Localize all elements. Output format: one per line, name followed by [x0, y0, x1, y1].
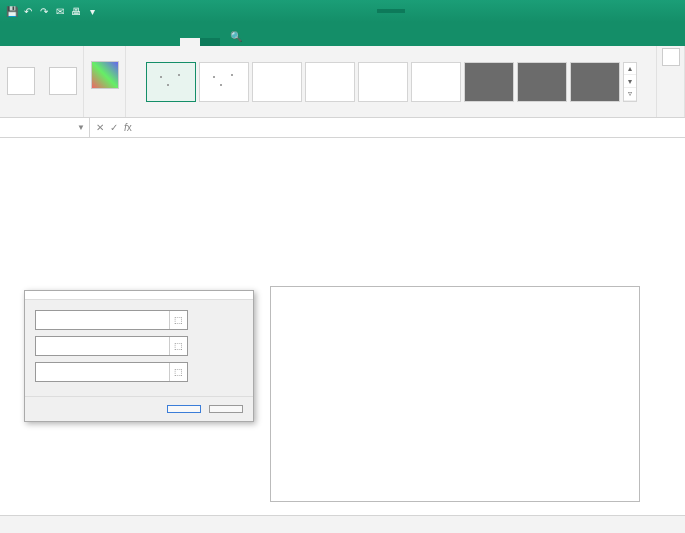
status-bar: [0, 515, 685, 533]
qat-icon[interactable]: ▾: [86, 5, 98, 17]
style-item[interactable]: [252, 62, 302, 102]
name-box[interactable]: ▼: [0, 118, 90, 137]
tab-file[interactable]: [0, 38, 20, 46]
ribbon-tabs: 🔍: [0, 22, 685, 46]
chart-object[interactable]: [270, 286, 640, 502]
series-name-input[interactable]: [36, 311, 169, 329]
quick-layout-button[interactable]: [44, 67, 82, 97]
quick-access-toolbar[interactable]: 💾 ↶ ↷ ✉ 🖶 ▾: [0, 5, 104, 17]
tab-data[interactable]: [100, 38, 120, 46]
context-tab-group: [377, 9, 405, 13]
cancel-icon[interactable]: ✕: [96, 122, 104, 133]
ribbon: ▴▾▿: [0, 46, 685, 118]
y-axis: [271, 317, 299, 477]
tab-review[interactable]: [120, 38, 140, 46]
tab-page-layout[interactable]: [60, 38, 80, 46]
style-item[interactable]: [411, 62, 461, 102]
qat-icon[interactable]: 🖶: [70, 5, 82, 17]
y-values-input[interactable]: [36, 363, 169, 381]
tab-formulas[interactable]: [80, 38, 100, 46]
style-item[interactable]: [358, 62, 408, 102]
tab-design[interactable]: [180, 38, 200, 46]
qat-icon[interactable]: ↶: [22, 5, 34, 17]
chart-title[interactable]: [271, 287, 639, 299]
style-item[interactable]: [570, 62, 620, 102]
qat-icon[interactable]: ✉: [54, 5, 66, 17]
style-item[interactable]: [517, 62, 567, 102]
style-item[interactable]: [464, 62, 514, 102]
chart-styles-gallery[interactable]: ▴▾▿: [142, 48, 641, 115]
x-values-input[interactable]: [36, 337, 169, 355]
tab-developer[interactable]: [160, 38, 180, 46]
add-chart-element-button[interactable]: [2, 67, 40, 97]
fx-icon[interactable]: fx: [124, 122, 132, 133]
tab-home[interactable]: [20, 38, 40, 46]
ok-button[interactable]: [167, 405, 201, 413]
enter-icon[interactable]: ✓: [110, 122, 118, 133]
plot-area[interactable]: [303, 317, 625, 477]
range-picker-icon[interactable]: ⬚: [169, 337, 187, 355]
qat-icon[interactable]: 💾: [6, 5, 18, 17]
style-item[interactable]: [199, 62, 249, 102]
x-axis: [303, 481, 625, 495]
style-item[interactable]: [146, 62, 196, 102]
tab-view[interactable]: [140, 38, 160, 46]
tab-format[interactable]: [200, 38, 220, 46]
cancel-button[interactable]: [209, 405, 243, 413]
switch-row-col-button[interactable]: [661, 48, 681, 67]
gallery-scroll[interactable]: ▴▾▿: [623, 62, 637, 102]
edit-series-dialog[interactable]: ⬚ ⬚ ⬚: [24, 290, 254, 422]
range-picker-icon[interactable]: ⬚: [169, 363, 187, 381]
tell-me-search[interactable]: 🔍: [220, 27, 252, 46]
style-item[interactable]: [305, 62, 355, 102]
change-colors-button[interactable]: [86, 61, 124, 91]
range-picker-icon[interactable]: ⬚: [169, 311, 187, 329]
tab-insert[interactable]: [40, 38, 60, 46]
qat-icon[interactable]: ↷: [38, 5, 50, 17]
